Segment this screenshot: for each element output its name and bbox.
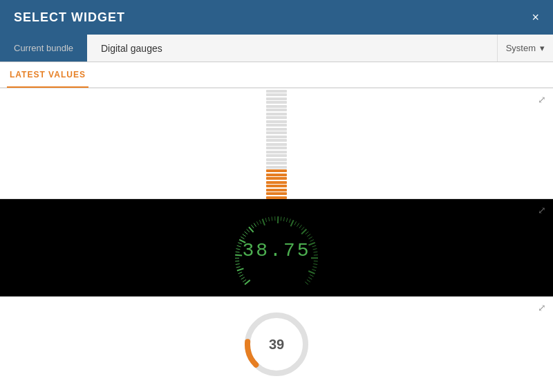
svg-line-24 [259, 220, 261, 223]
svg-line-2 [241, 277, 245, 279]
digital-gauge-svg: 38.75 [207, 199, 346, 296]
subtab-latest-values[interactable]: LATEST VALUES [7, 63, 88, 88]
svg-line-10 [235, 255, 242, 256]
svg-line-40 [301, 230, 306, 234]
bar-segment [266, 177, 287, 180]
header: SELECT WIDGET × [0, 0, 553, 35]
svg-line-58 [307, 279, 310, 281]
svg-line-52 [313, 264, 317, 265]
bar-segment [266, 174, 287, 176]
svg-line-39 [301, 227, 304, 230]
svg-line-16 [241, 237, 244, 239]
bar-segment [266, 139, 287, 142]
svg-line-57 [308, 277, 312, 279]
svg-line-5 [237, 268, 244, 270]
svg-line-27 [269, 217, 270, 221]
svg-line-43 [309, 237, 312, 239]
bar-segment [266, 128, 287, 131]
bar-segment [266, 158, 287, 161]
svg-line-12 [236, 249, 241, 250]
bar-segment [266, 189, 287, 192]
svg-line-0 [245, 280, 250, 284]
svg-line-33 [286, 218, 288, 222]
panel-donut-gauge: ⤢ 39 [0, 297, 553, 392]
bar-segment [266, 181, 287, 184]
bar-segment [266, 113, 287, 115]
bar-segment [266, 116, 287, 119]
bar-segment [266, 97, 287, 100]
panel-bar-gauge: ⤢ 39 100 0 [0, 88, 553, 199]
svg-line-42 [307, 234, 310, 236]
svg-line-25 [263, 219, 265, 225]
bar-segment [266, 154, 287, 157]
svg-line-18 [245, 232, 248, 234]
svg-line-56 [310, 274, 313, 277]
svg-line-3 [239, 274, 243, 277]
svg-line-1 [243, 279, 246, 281]
svg-line-38 [299, 225, 302, 228]
tab-system[interactable]: System ▾ [497, 35, 553, 62]
svg-line-21 [252, 225, 254, 228]
svg-line-35 [291, 220, 294, 226]
bar-segment [266, 93, 287, 96]
svg-line-6 [236, 267, 241, 268]
bar-segment [266, 136, 287, 138]
bar-segment [266, 147, 287, 149]
bar-segment [266, 105, 287, 108]
svg-line-20 [249, 227, 254, 232]
bar-segment [266, 185, 287, 187]
tab-current-bundle[interactable]: Current bundle [0, 35, 87, 62]
bar-segment [266, 90, 287, 93]
bar-segment [266, 101, 287, 104]
svg-line-41 [306, 232, 309, 234]
svg-line-37 [297, 223, 299, 227]
bar-segment [266, 169, 287, 172]
svg-line-28 [272, 216, 272, 221]
page-title: SELECT WIDGET [14, 10, 125, 25]
widgets-container: ⤢ 39 100 0 ⤢ 38.75 ⤢ [0, 88, 553, 392]
svg-line-34 [289, 219, 290, 223]
svg-line-31 [281, 216, 281, 221]
digital-value: 38.75 [242, 240, 310, 261]
svg-line-17 [243, 234, 246, 236]
svg-line-11 [236, 252, 240, 252]
svg-line-54 [312, 270, 316, 271]
svg-line-13 [237, 245, 241, 247]
bar-segment [266, 166, 287, 169]
close-button[interactable]: × [532, 10, 539, 25]
svg-line-36 [294, 221, 297, 225]
svg-line-26 [265, 218, 267, 222]
chevron-down-icon: ▾ [540, 43, 545, 53]
svg-line-55 [308, 271, 315, 274]
bar-segment [266, 109, 287, 111]
svg-line-53 [312, 267, 317, 268]
bar-segment [266, 143, 287, 146]
panel-digital-gauge: ⤢ 38.75 [0, 199, 553, 297]
bar-segment [266, 124, 287, 127]
expand-icon-panel2[interactable]: ⤢ [538, 205, 546, 216]
svg-line-14 [238, 243, 242, 244]
bar-segment [266, 192, 287, 195]
svg-line-47 [313, 249, 317, 250]
donut-gauge-wrapper: 39 [238, 306, 315, 382]
svg-line-23 [256, 221, 259, 225]
tab-digital-gauges[interactable]: Digital gauges [87, 35, 497, 62]
subtabs-bar: LATEST VALUES [0, 62, 553, 88]
bar-segment [266, 151, 287, 153]
donut-value: 39 [269, 337, 284, 353]
bar-segment [266, 131, 287, 134]
svg-line-59 [305, 282, 308, 285]
svg-line-32 [283, 217, 284, 221]
svg-line-22 [254, 223, 256, 227]
svg-line-7 [236, 264, 240, 265]
svg-line-48 [313, 252, 317, 252]
svg-line-19 [247, 230, 250, 232]
tabs-bar: Current bundle Digital gauges System ▾ [0, 35, 553, 62]
bar-segment [266, 120, 287, 123]
svg-line-46 [312, 245, 317, 247]
expand-icon-panel3[interactable]: ⤢ [538, 302, 546, 313]
bar-segment [266, 162, 287, 165]
svg-line-4 [238, 272, 243, 274]
expand-icon-panel1[interactable]: ⤢ [538, 94, 546, 105]
